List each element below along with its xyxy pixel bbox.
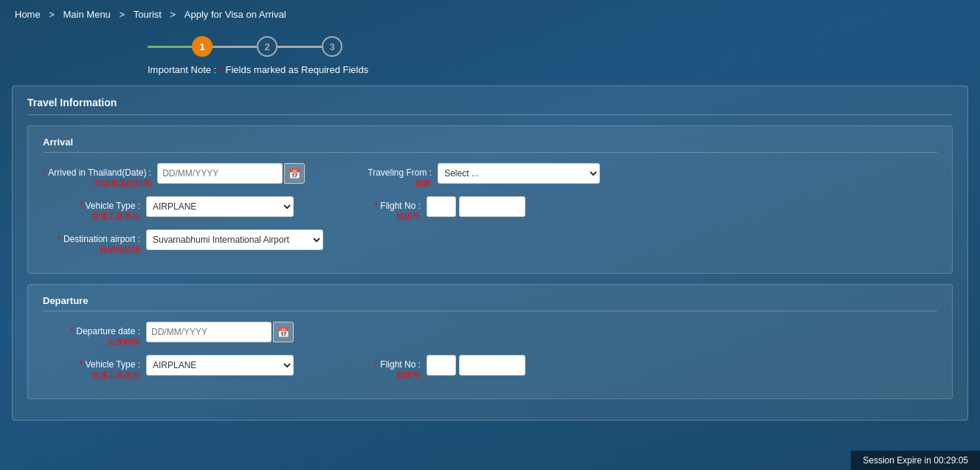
arrival-flight-number-input[interactable] [459, 196, 525, 217]
departure-vehicle-type-chinese: 交通工具类别 [43, 370, 140, 381]
departure-date-group: * Departure date : 出发时间 📅 [43, 322, 294, 348]
departure-date-calendar-btn[interactable]: 📅 [273, 322, 294, 342]
departure-card: Departure * Departure date : 出发时间 📅 * [27, 284, 953, 399]
departure-vehicle-type-select[interactable]: AIRPLANE SHIP BUS TRAIN [146, 355, 294, 376]
destination-airport-chinese: 目的地机场 [43, 244, 140, 255]
arrival-flight-no-group: * Flight No : 航班号 [323, 196, 525, 222]
step-3: 3 [322, 36, 342, 57]
departure-date-label: * Departure date : 出发时间 [43, 322, 146, 348]
traveling-from-chinese: 国家 [334, 178, 432, 189]
important-note: Important Note : * Fields marked as Requ… [0, 60, 980, 86]
departure-title: Departure [43, 295, 937, 311]
departure-flight-no-group: * Flight No : 航班号 [323, 355, 525, 381]
arrival-flight-no-inputs [427, 196, 525, 217]
arrival-vehicle-type-group: * Vehicle Type : 交通工具类别 AIRPLANE SHIP BU… [43, 196, 294, 222]
departure-flight-no-label: * Flight No : 航班号 [323, 355, 427, 381]
breadcrumb-tourist[interactable]: Tourist [134, 9, 162, 20]
step-indicator: 1 2 3 [0, 29, 980, 60]
required-star: * [219, 64, 226, 75]
departure-flight-prefix-input[interactable] [427, 355, 456, 376]
step-connector-0 [148, 46, 192, 48]
arrived-date-label: * Arrived in Thailand(Date) : 到达泰国的时间 [43, 163, 157, 189]
departure-row-1: * Departure date : 出发时间 📅 [43, 322, 937, 348]
arrived-date-input[interactable] [157, 163, 283, 184]
departure-flight-no-chinese: 航班号 [323, 370, 421, 381]
important-note-label: Important Note : [148, 64, 216, 75]
arrival-row-1: * Arrived in Thailand(Date) : 到达泰国的时间 📅 … [43, 163, 937, 189]
arrival-vehicle-type-chinese: 交通工具类别 [43, 211, 140, 222]
destination-airport-select[interactable]: Suvarnabhumi International Airport Don M… [146, 229, 323, 250]
breadcrumb-home[interactable]: Home [15, 9, 41, 20]
arrival-flight-no-chinese: 航班号 [323, 211, 421, 222]
step-1: 1 [192, 36, 213, 57]
traveling-from-group: Traveling From : 国家 Select ... China Jap… [334, 163, 600, 189]
traveling-from-select[interactable]: Select ... China Japan USA UK [438, 163, 600, 184]
breadcrumb: Home > Main Menu > Tourist > Apply for V… [0, 0, 980, 29]
departure-flight-no-inputs [427, 355, 525, 376]
arrival-vehicle-type-select[interactable]: AIRPLANE SHIP BUS TRAIN [146, 196, 294, 217]
destination-airport-group: * Destination airport : 目的地机场 Suvarnabhu… [43, 229, 323, 255]
step-connector-1 [213, 46, 257, 48]
travel-info-title: Travel Information [27, 97, 953, 115]
step-connector-2 [277, 46, 322, 48]
breadcrumb-main-menu[interactable]: Main Menu [63, 9, 111, 20]
traveling-from-label: Traveling From : 国家 [334, 163, 438, 189]
breadcrumb-apply: Apply for Visa on Arrival [184, 9, 286, 20]
travel-information-card: Travel Information Arrival * Arrived in … [12, 86, 968, 421]
arrival-flight-prefix-input[interactable] [427, 196, 456, 217]
arrival-row-3: * Destination airport : 目的地机场 Suvarnabhu… [43, 229, 937, 255]
departure-date-wrapper: 📅 [146, 322, 294, 342]
arrival-row-2: * Vehicle Type : 交通工具类别 AIRPLANE SHIP BU… [43, 196, 937, 222]
departure-date-input[interactable] [146, 322, 272, 342]
arrived-date-calendar-btn[interactable]: 📅 [284, 163, 305, 184]
departure-row-2: * Vehicle Type : 交通工具类别 AIRPLANE SHIP BU… [43, 355, 937, 381]
step-2: 2 [257, 36, 277, 57]
departure-vehicle-type-label: * Vehicle Type : 交通工具类别 [43, 355, 146, 381]
departure-flight-number-input[interactable] [459, 355, 525, 376]
session-expire-label: Session Expire in 00:29:05 [863, 455, 968, 466]
arrival-title: Arrival [43, 136, 937, 153]
departure-vehicle-type-group: * Vehicle Type : 交通工具类别 AIRPLANE SHIP BU… [43, 355, 294, 381]
arrived-date-chinese: 到达泰国的时间 [43, 178, 151, 189]
arrival-flight-no-label: * Flight No : 航班号 [323, 196, 427, 222]
arrived-date-group: * Arrived in Thailand(Date) : 到达泰国的时间 📅 [43, 163, 305, 189]
destination-airport-label: * Destination airport : 目的地机场 [43, 229, 146, 255]
arrival-vehicle-type-label: * Vehicle Type : 交通工具类别 [43, 196, 146, 222]
arrival-card: Arrival * Arrived in Thailand(Date) : 到达… [27, 125, 953, 274]
session-expire-bar: Session Expire in 00:29:05 [851, 451, 980, 470]
important-note-text: Fields marked as Required Fields [226, 64, 369, 75]
departure-date-chinese: 出发时间 [43, 336, 140, 348]
arrived-date-wrapper: 📅 [157, 163, 305, 184]
